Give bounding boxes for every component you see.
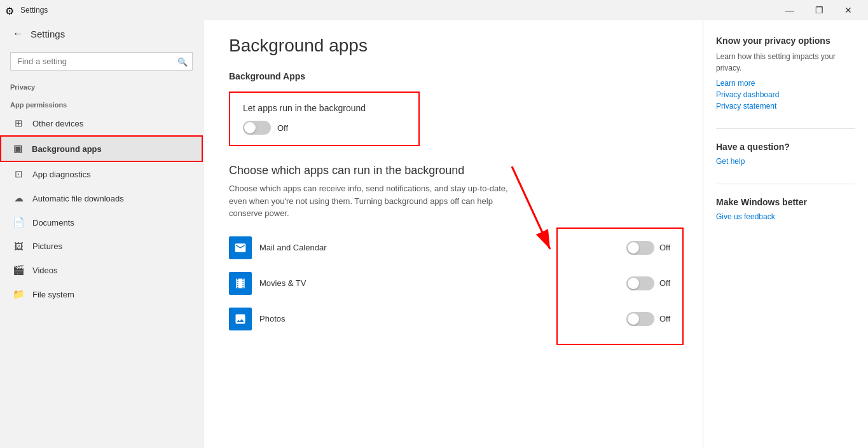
- auto-downloads-icon: ☁: [12, 193, 25, 204]
- file-system-icon: 📁: [12, 288, 25, 300]
- photos-toggle-state: Off: [659, 314, 670, 323]
- privacy-statement-link[interactable]: Privacy statement: [716, 102, 855, 111]
- minimize-button[interactable]: —: [775, 0, 804, 20]
- let-apps-label: Let apps run in the background: [243, 103, 406, 113]
- sidebar-item-app-diagnostics[interactable]: ⊡ App diagnostics: [0, 162, 203, 186]
- sidebar-item-label: File system: [32, 290, 74, 299]
- movies-toggle-state: Off: [659, 278, 670, 288]
- sidebar-item-background-apps[interactable]: ▣ Background apps: [0, 135, 203, 162]
- sidebar-item-file-system[interactable]: 📁 File system: [0, 282, 203, 306]
- app-body: ← Settings 🔍 Privacy App permissions ⊞ O…: [0, 20, 868, 448]
- sidebar-item-label: Background apps: [32, 144, 102, 154]
- mail-icon-svg: [234, 241, 247, 254]
- have-question-title: Have a question?: [716, 142, 855, 152]
- choose-desc: Choose which apps can receive info, send…: [229, 182, 509, 220]
- sidebar-item-pictures[interactable]: 🖼 Pictures: [0, 234, 203, 258]
- know-privacy-section: Know your privacy options Learn how this…: [716, 36, 855, 111]
- toggle-knob: [628, 278, 639, 289]
- pictures-icon: 🖼: [12, 241, 25, 252]
- page-title: Background apps: [229, 36, 677, 56]
- let-apps-toggle-state: Off: [277, 123, 288, 133]
- mail-calendar-icon: [229, 236, 252, 259]
- title-bar: ⚙ Settings — ❐ ✕: [0, 0, 868, 20]
- settings-icon: ⚙: [5, 5, 15, 15]
- sidebar-app-title: Settings: [31, 29, 65, 39]
- photos-icon-svg: [234, 313, 247, 325]
- sidebar-item-auto-downloads[interactable]: ☁ Automatic file downloads: [0, 186, 203, 210]
- sidebar-item-label: Pictures: [32, 241, 62, 251]
- sidebar-nav-top: ← Settings: [0, 20, 203, 47]
- sidebar-item-label: Videos: [32, 266, 58, 275]
- get-help-link[interactable]: Get help: [716, 157, 855, 166]
- documents-icon: 📄: [12, 217, 25, 228]
- let-apps-toggle-row: Off: [243, 121, 406, 135]
- sidebar-item-documents[interactable]: 📄 Documents: [0, 210, 203, 234]
- videos-icon: 🎬: [12, 264, 25, 276]
- sidebar: ← Settings 🔍 Privacy App permissions ⊞ O…: [0, 20, 203, 448]
- feedback-link[interactable]: Give us feedback: [716, 212, 855, 221]
- make-windows-section: Make Windows better Give us feedback: [716, 197, 855, 221]
- close-button[interactable]: ✕: [834, 0, 863, 20]
- sidebar-item-label: Other devices: [32, 119, 83, 128]
- app-item-movies: Movies & TV Off: [229, 268, 677, 299]
- mail-toggle[interactable]: [626, 241, 654, 255]
- sidebar-item-other-devices[interactable]: ⊞ Other devices: [0, 111, 203, 135]
- search-input[interactable]: [10, 52, 193, 71]
- movies-tv-name: Movies & TV: [259, 278, 626, 288]
- app-list: Mail and Calendar Off Movies & TV: [229, 233, 677, 334]
- movies-icon-svg: [234, 277, 247, 290]
- maximize-button[interactable]: ❐: [804, 0, 834, 20]
- window-controls: — ❐ ✕: [775, 0, 863, 20]
- know-privacy-title: Know your privacy options: [716, 36, 855, 46]
- movies-toggle[interactable]: [626, 276, 654, 290]
- mail-calendar-name: Mail and Calendar: [259, 243, 626, 252]
- sidebar-search: 🔍: [10, 52, 193, 71]
- toggle-knob: [628, 242, 639, 254]
- toggle-knob: [628, 313, 639, 325]
- sidebar-item-label: Documents: [32, 218, 74, 227]
- photos-name: Photos: [259, 314, 626, 323]
- let-apps-toggle[interactable]: [243, 121, 271, 135]
- movies-toggle-area: Off: [626, 276, 677, 290]
- photos-icon: [229, 308, 252, 330]
- movies-tv-icon: [229, 272, 252, 295]
- background-apps-icon: ▣: [11, 143, 24, 154]
- privacy-dashboard-link[interactable]: Privacy dashboard: [716, 90, 855, 99]
- privacy-label: Privacy: [0, 76, 203, 93]
- divider-1: [716, 128, 855, 129]
- app-item-mail: Mail and Calendar Off: [229, 233, 677, 263]
- sidebar-item-label: App diagnostics: [32, 170, 91, 179]
- sidebar-item-label: Automatic file downloads: [32, 194, 124, 203]
- learn-more-link[interactable]: Learn more: [716, 79, 855, 88]
- app-item-photos: Photos Off: [229, 304, 677, 334]
- let-apps-box: Let apps run in the background Off: [229, 92, 420, 146]
- photos-toggle-area: Off: [626, 312, 677, 326]
- mail-toggle-state: Off: [659, 243, 670, 252]
- divider-2: [716, 184, 855, 184]
- other-devices-icon: ⊞: [12, 118, 25, 129]
- make-windows-title: Make Windows better: [716, 197, 855, 207]
- choose-section-title: Choose which apps can run in the backgro…: [229, 164, 677, 177]
- app-permissions-label: App permissions: [0, 93, 203, 111]
- toggle-knob: [244, 122, 256, 133]
- have-question-section: Have a question? Get help: [716, 142, 855, 166]
- photos-toggle[interactable]: [626, 312, 654, 326]
- app-diagnostics-icon: ⊡: [12, 168, 25, 180]
- main-content: Background apps Background Apps Let apps…: [203, 20, 703, 448]
- title-bar-label: Settings: [20, 6, 775, 15]
- background-apps-section-title: Background Apps: [229, 71, 677, 81]
- know-privacy-desc: Learn how this setting impacts your priv…: [716, 51, 855, 74]
- sidebar-item-videos[interactable]: 🎬 Videos: [0, 258, 203, 282]
- back-button[interactable]: ←: [10, 25, 25, 42]
- right-panel: Know your privacy options Learn how this…: [703, 20, 868, 448]
- mail-toggle-area: Off: [626, 241, 677, 255]
